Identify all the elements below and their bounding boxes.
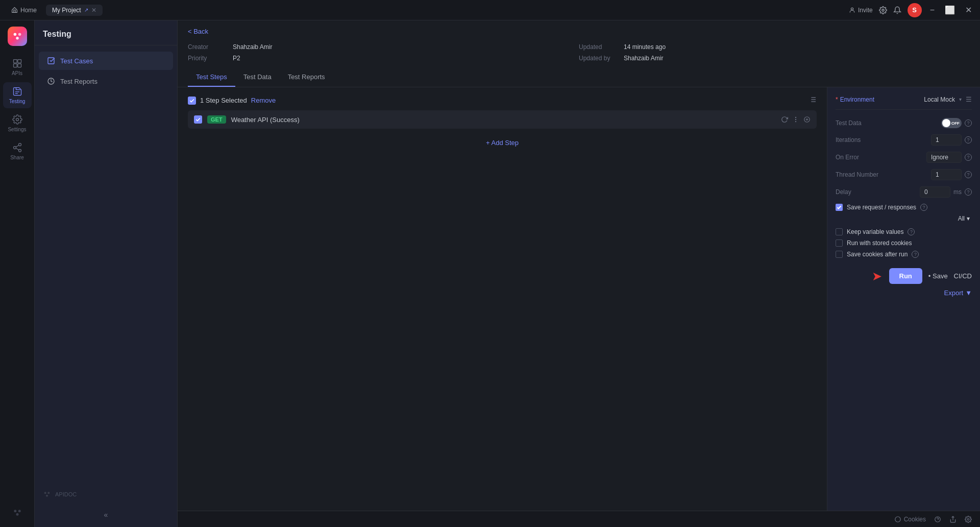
close-button[interactable]: ✕	[963, 5, 974, 15]
all-dropdown-arrow: ▾	[967, 215, 970, 222]
svg-point-23	[47, 492, 50, 494]
save-requests-row: Save request / responses ?	[836, 204, 972, 211]
user-avatar[interactable]: S	[908, 3, 922, 17]
cookies-button[interactable]: Cookies	[894, 516, 926, 523]
svg-point-41	[967, 518, 969, 520]
save-button[interactable]: • Save	[928, 272, 948, 280]
step-checkbox[interactable]	[194, 115, 202, 124]
thread-number-input[interactable]	[931, 169, 962, 180]
save-requests-label: Save request / responses	[847, 204, 916, 211]
step-row[interactable]: GET Weather API (Success)	[188, 110, 817, 129]
environment-row: * Environment Local Mock ▾ ☰	[836, 95, 972, 110]
add-step-icon[interactable]	[803, 116, 811, 123]
all-dropdown-button[interactable]: All ▾	[958, 215, 970, 222]
back-button[interactable]: < Back	[188, 28, 970, 35]
sort-icon[interactable]	[808, 95, 817, 105]
svg-rect-20	[48, 58, 54, 64]
export-button[interactable]: Export ▼	[944, 289, 972, 297]
bottom-settings-icon	[965, 516, 972, 523]
test-cases-label: Test Cases	[60, 57, 93, 65]
titlebar: Home My Project ↗ ✕ Invite S − ⬜ ✕	[0, 0, 980, 20]
footer-logo-icon	[43, 490, 51, 498]
save-requests-checkbox[interactable]	[836, 204, 843, 211]
select-all-checkbox[interactable]	[188, 97, 196, 105]
run-with-cookies-checkbox[interactable]	[836, 239, 843, 247]
cookies-icon	[894, 516, 901, 523]
refresh-icon[interactable]	[781, 116, 788, 123]
thread-number-row: Thread Number ?	[836, 169, 972, 180]
maximize-button[interactable]: ⬜	[943, 5, 957, 15]
test-data-info-icon[interactable]: ?	[965, 119, 972, 127]
sidebar-item-share[interactable]: Share	[3, 138, 32, 164]
save-cookies-checkbox[interactable]	[836, 251, 843, 258]
step-actions	[781, 116, 811, 123]
environment-selector[interactable]: Local Mock ▾ ☰	[924, 95, 972, 103]
nav-item-test-cases[interactable]: Test Cases	[39, 52, 173, 70]
svg-rect-7	[13, 64, 17, 67]
test-data-toggle[interactable]: OFF	[941, 118, 962, 128]
bottom-help-icon[interactable]	[934, 516, 941, 523]
creator-row: Creator Shahzaib Amir	[188, 43, 579, 51]
save-cookies-label: Save cookies after run	[847, 251, 908, 258]
on-error-info-icon[interactable]: ?	[965, 154, 972, 161]
sidebar-item-settings[interactable]: Settings	[3, 110, 32, 136]
sidebar-item-testing[interactable]: Testing	[3, 82, 32, 108]
env-menu-icon[interactable]: ☰	[966, 95, 972, 103]
cicd-button[interactable]: CI/CD	[954, 272, 972, 280]
iterations-input[interactable]	[931, 134, 962, 146]
run-button[interactable]: Run	[889, 268, 922, 284]
svg-point-2	[13, 33, 16, 36]
svg-point-12	[18, 143, 21, 146]
save-requests-info-icon[interactable]: ?	[920, 204, 927, 211]
tab-test-data[interactable]: Test Data	[235, 68, 280, 87]
step-check-icon	[195, 117, 201, 122]
meta-info: Creator Shahzaib Amir Updated 14 minutes…	[178, 39, 980, 68]
logo-icon	[12, 31, 23, 42]
collapse-panel-button[interactable]: «	[35, 507, 177, 523]
env-dropdown-arrow: ▾	[959, 97, 962, 102]
sort-button-icon	[808, 95, 817, 104]
add-step-button[interactable]: + Add Step	[188, 132, 817, 154]
remove-link[interactable]: Remove	[251, 97, 276, 104]
bottom-share-icon	[949, 516, 957, 523]
settings-icon[interactable]	[879, 6, 887, 14]
thread-info-icon[interactable]: ?	[965, 171, 972, 178]
minimize-button[interactable]: −	[928, 6, 937, 15]
keep-variable-row: Keep variable values ?	[836, 228, 972, 235]
keep-variable-label: Keep variable values	[847, 228, 903, 235]
project-tab[interactable]: My Project ↗ ✕	[46, 5, 103, 16]
on-error-select[interactable]: Ignore Stop	[926, 152, 962, 163]
delay-input[interactable]	[920, 186, 950, 198]
test-cases-icon	[47, 57, 55, 65]
tab-close-icon[interactable]: ✕	[91, 7, 96, 14]
home-icon	[11, 7, 18, 13]
more-options-icon[interactable]	[792, 116, 799, 123]
iterations-info-icon[interactable]: ?	[965, 136, 972, 143]
action-buttons: ➤ Run • Save CI/CD	[836, 268, 972, 284]
delay-row: Delay ms ?	[836, 186, 972, 198]
icon-sidebar: APIs Testing Settings Share	[0, 20, 35, 527]
keep-variable-checkbox[interactable]	[836, 228, 843, 235]
help-icon	[934, 516, 941, 523]
svg-line-15	[16, 148, 19, 150]
svg-point-22	[44, 492, 46, 494]
nav-item-test-reports[interactable]: Test Reports	[39, 72, 173, 90]
tab-test-steps[interactable]: Test Steps	[188, 68, 235, 87]
home-tab[interactable]: Home	[6, 5, 42, 16]
delay-info-icon[interactable]: ?	[965, 188, 972, 196]
updated-row: Updated 14 minutes ago	[579, 43, 970, 51]
invite-button[interactable]: Invite	[849, 7, 873, 14]
right-panel: * Environment Local Mock ▾ ☰ Test Data	[827, 87, 980, 511]
on-error-row: On Error Ignore Stop ?	[836, 152, 972, 163]
notifications-icon[interactable]	[893, 6, 901, 14]
bottom-share-icon[interactable]	[949, 516, 957, 523]
keep-variable-info-icon[interactable]: ?	[908, 228, 915, 235]
save-cookies-info-icon[interactable]: ?	[912, 251, 919, 258]
svg-point-37	[895, 516, 900, 522]
content-tabs: Test Steps Test Data Test Reports	[178, 68, 980, 87]
sidebar-item-apis[interactable]: APIs	[3, 54, 32, 80]
svg-point-0	[851, 8, 853, 10]
tab-test-reports[interactable]: Test Reports	[280, 68, 333, 87]
bottom-settings-icon[interactable]	[965, 516, 972, 523]
export-arrow-icon: ▼	[965, 289, 972, 297]
